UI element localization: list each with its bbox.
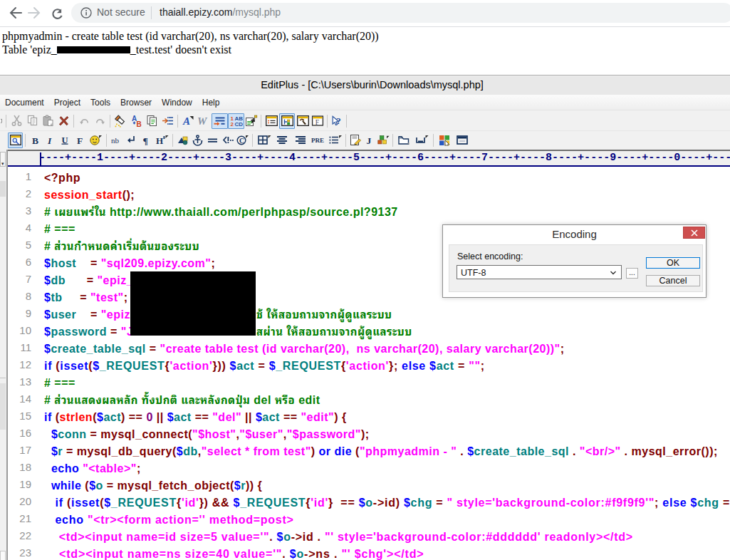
paragraph-icon[interactable]: ¶ [139,133,154,148]
menu-browser[interactable]: Browser [115,95,157,110]
underline-icon[interactable]: U [58,133,73,148]
code-line-15[interactable]: 15if (strlen($act) == 0 || $act == "del"… [7,408,730,425]
copyright-icon[interactable]: C [235,133,250,148]
code-line-10[interactable]: 10$password = "Jสผ่าน ให้สอบถามจากผู้ดูแ… [7,322,730,339]
code-line-18[interactable]: 18 echo "<table>"; [7,459,730,476]
toolbar-separator [252,134,253,147]
code-line-13[interactable]: 13# === [7,373,730,390]
strip-thumb[interactable] [0,181,6,197]
javascript-icon[interactable]: J [363,133,376,148]
toolbar-separator [172,134,173,147]
strip-end-box [0,551,6,560]
not-secure-label[interactable]: Not secure [97,6,145,18]
clipped-icon[interactable] [0,113,4,129]
smiley-icon[interactable] [88,133,104,148]
hr-icon[interactable] [205,133,220,148]
code-line-19[interactable]: 19 while ($o = mysql_fetch_object($r)) { [7,476,730,493]
line-number: 5 [7,237,31,254]
context-help-icon[interactable]: ? [330,113,344,129]
panel-toggle-button[interactable]: ▾ [0,152,6,167]
align-right-icon[interactable] [291,133,309,148]
url-text[interactable]: thaiall.epizy.com/mysql.php [160,6,281,18]
top-frame-icon[interactable] [453,133,471,148]
find-in-files-icon[interactable] [144,113,160,129]
browser-preview-icon[interactable] [8,133,23,148]
word-wrap-icon[interactable] [212,113,228,129]
table-icon[interactable] [255,133,273,148]
code-line-20[interactable]: 20 if (isset($_REQUEST{'id'}) && $_REQUE… [7,493,730,510]
address-bar[interactable]: Not secure thaiall.epizy.com/mysql.php [71,3,730,23]
code-line-3[interactable]: 3# เผยแพร่ใน http://www.thaiall.com/perl… [7,202,730,219]
paste-icon[interactable] [40,113,56,129]
svg-text:PRE: PRE [311,137,324,144]
output-window-icon[interactable] [279,113,295,129]
browse-button[interactable]: ... [626,268,638,279]
preferences-icon[interactable] [244,113,259,129]
encoding-select[interactable]: UTF-8 [457,265,622,279]
code-line-21[interactable]: 21 echo "<tr><form action='' method=post… [7,510,730,527]
menu-tools[interactable]: Tools [85,95,115,110]
copy-icon[interactable] [24,113,40,129]
bottom-frame-icon[interactable] [412,133,431,148]
align-center-icon[interactable] [273,133,291,148]
menu-help[interactable]: Help [197,95,225,110]
editplus-title-bar[interactable]: EditPlus - [C:\Users\burin\Downloads\mys… [0,76,730,95]
forward-icon[interactable] [24,3,44,23]
code-line-9[interactable]: 9$user = "epizช้ ให้สอบถามจากผู้ดูแลระบบ [7,305,730,322]
strip-thumb[interactable] [0,383,6,430]
code-line-17[interactable]: 17 $r = mysql_db_query($db,"select * fro… [7,442,730,459]
comment-icon[interactable] [220,133,235,148]
editplus-html-toolbar: BIUFnb¶HCPREJ [0,130,730,149]
code-line-12[interactable]: 12if (isset($_REQUEST{'action'})) $act =… [7,356,730,373]
find-icon[interactable] [113,113,128,129]
nbsp-icon[interactable]: nb [109,133,124,148]
cut-icon[interactable] [9,113,24,129]
cliptext-window-icon[interactable] [264,113,279,129]
menu-document[interactable]: Document [0,95,49,110]
code-line-23[interactable]: 23 <td><input name=ns size=40 value='". … [7,544,730,560]
redo-icon[interactable] [92,113,108,129]
code-line-22[interactable]: 22 <td><input name=id size=5 value='". $… [7,527,730,544]
goto-line-icon[interactable] [160,113,175,129]
replace-icon[interactable]: AB [128,113,144,129]
code-line-1[interactable]: 1<?php [7,168,730,185]
cancel-button[interactable]: Cancel [646,275,700,286]
toolbar-separator [110,115,110,128]
code-line-2[interactable]: 2session_start(); [7,185,730,202]
list-icon[interactable] [326,133,343,148]
info-icon[interactable] [80,7,92,19]
line-break-icon[interactable] [124,133,139,148]
ok-button[interactable]: OK [646,257,700,269]
delete-icon[interactable] [56,113,71,129]
toolbar-separator [346,115,347,128]
font-icon[interactable]: A [180,113,196,129]
heading-icon[interactable]: H [154,133,170,148]
font-face-icon[interactable]: F [73,133,88,148]
menu-window[interactable]: Window [157,95,197,110]
code-line-11[interactable]: 11$create_table_sql = "create table test… [7,339,730,356]
function-list-icon[interactable]: F [311,113,325,129]
folder-icon[interactable] [395,133,412,148]
w-letter-icon[interactable]: W [196,113,212,129]
objects-icon[interactable] [376,133,390,148]
pre-icon[interactable]: PRE [309,133,326,148]
close-icon[interactable] [683,227,705,239]
encoding-dialog: Encoding Select encoding: UTF-8 ... OK C… [442,224,706,298]
image-icon[interactable] [175,133,190,148]
menu-project[interactable]: Project [49,95,85,110]
line-number: 18 [7,459,31,476]
script-icon[interactable] [348,133,363,148]
bold-icon[interactable]: B [28,133,43,148]
anchor-icon[interactable] [190,133,205,148]
windows-logo-icon[interactable] [436,133,453,148]
undo-icon[interactable] [76,113,92,129]
back-icon[interactable] [6,3,26,23]
line-number-icon[interactable]: 1AB2CD [228,113,244,129]
toolbar-window-icon[interactable] [295,113,311,129]
code-line-16[interactable]: 16 $conn = mysql_connect("$host","$user"… [7,425,730,442]
code-line-14[interactable]: 14# ส่วนแสดงผลหลัก ทั้งปกติ และหลังกดปุ่… [7,390,730,408]
reload-icon[interactable] [47,3,67,23]
toolbar-separator [345,134,346,147]
italic-icon[interactable]: I [43,133,58,148]
toolbar-separator [392,134,393,147]
